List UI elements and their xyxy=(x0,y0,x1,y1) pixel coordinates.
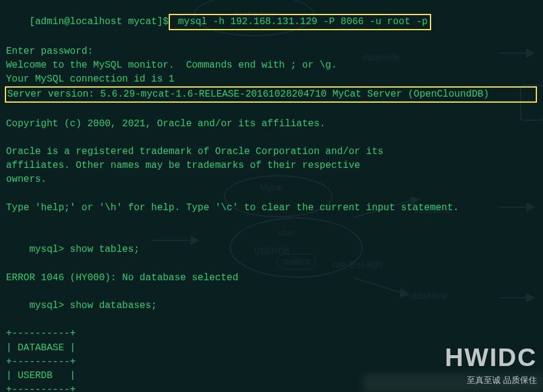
shell-prompt-host: [admin@localhost mycat] xyxy=(29,16,163,27)
help-line: Type 'help;' or '\h' for help. Type '\c'… xyxy=(6,201,537,215)
connection-id-line: Your MySQL connection id is 1 xyxy=(6,72,537,86)
highlighted-mysql-command: mysql -h 192.168.131.129 -P 8066 -u root… xyxy=(169,14,431,30)
error-1046-line: ERROR 1046 (HY000): No database selected xyxy=(6,271,537,285)
welcome-line: Welcome to the MySQL monitor. Commands e… xyxy=(6,59,537,72)
enter-password-line: Enter password: xyxy=(6,45,537,59)
terminal-line-prompt: [admin@localhost mycat]$ mysql -h 192.16… xyxy=(6,0,537,45)
table-header-row: | DATABASE | xyxy=(6,341,537,355)
shell-prompt-symbol: $ xyxy=(163,16,169,27)
terminal-output[interactable]: [admin@localhost mycat]$ mysql -h 192.16… xyxy=(0,0,543,392)
highlighted-server-version: Server version: 5.6.29-mycat-1.6-RELEASE… xyxy=(5,86,537,103)
show-databases-command: show databases; xyxy=(64,300,157,311)
show-tables-command: show tables; xyxy=(64,244,140,255)
mysql-prompt: mysql> xyxy=(29,300,64,311)
mysql-show-databases-line: mysql> show databases; xyxy=(6,285,537,327)
trademark-line-1: Oracle is a registered trademark of Orac… xyxy=(6,145,537,159)
mysql-show-tables-line: mysql> show tables; xyxy=(6,229,537,271)
copyright-line: Copyright (c) 2000, 2021, Oracle and/or … xyxy=(6,117,537,131)
mysql-prompt: mysql> xyxy=(29,244,64,255)
table-border-mid: +----------+ xyxy=(6,355,537,369)
blurred-region xyxy=(363,374,543,392)
trademark-line-3: owners. xyxy=(6,173,537,187)
table-border-top: +----------+ xyxy=(6,327,537,341)
trademark-line-2: affiliates. Other names may be trademark… xyxy=(6,159,537,173)
